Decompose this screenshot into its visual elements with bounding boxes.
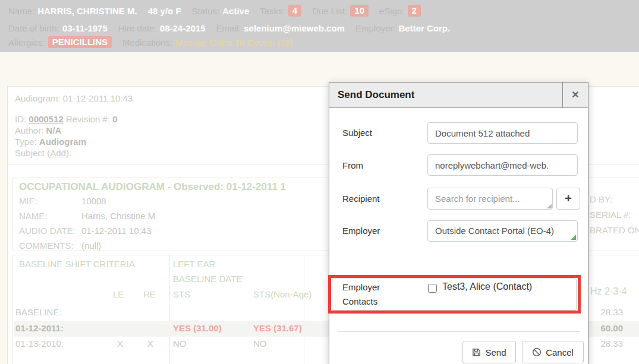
medication-link[interactable]: Miralax, xyxy=(175,37,207,48)
patient-age-sex: 48 y/o F xyxy=(148,6,181,16)
allergy-badge[interactable]: PENICILLINS xyxy=(48,36,112,48)
audio-date-value: 01-12-2011 10:43 xyxy=(81,226,151,236)
save-icon xyxy=(472,348,481,357)
mie-label: MIE: xyxy=(19,196,81,206)
info-row-name: NAME:Harris, Christine M xyxy=(19,211,155,221)
name-label: Name: xyxy=(8,6,34,16)
occupational-audiogram-title: OCCUPATIONAL AUDIOGRAM - Observed: 01-12… xyxy=(19,181,286,193)
email-label: Email: xyxy=(216,23,241,33)
due-list-label: Due List: xyxy=(312,6,347,16)
dropdown-arrow-icon xyxy=(571,235,576,240)
left-ear-title: LEFT EAR xyxy=(173,259,215,269)
tasks-count-badge[interactable]: 4 xyxy=(288,5,301,17)
info-row-mie: MIE:10008 xyxy=(19,196,106,206)
close-button[interactable]: ✕ xyxy=(562,83,588,107)
revision-label: Revision #: xyxy=(66,114,110,124)
row-sts-value: YES (31.00) xyxy=(173,323,222,333)
contact-checkbox[interactable] xyxy=(428,284,437,293)
comments-label: COMMENTS: xyxy=(19,240,81,251)
document-subject-line: Subject (Add): xyxy=(15,148,71,158)
mie-value: 10008 xyxy=(81,196,106,206)
row-date: BASELINE: xyxy=(15,307,62,317)
medications-label: Medications: xyxy=(122,37,172,48)
tasks-label: Tasks: xyxy=(260,6,285,16)
audio-date-label: AUDIO DATE: xyxy=(19,226,81,236)
row-re-value: X xyxy=(147,338,153,349)
cut-label-tested-by: D BY: xyxy=(590,194,612,204)
allergies-label: Allergies: xyxy=(8,37,45,48)
document-id-link[interactable]: 0000512 xyxy=(29,114,63,124)
document-author-line: Author: N/A xyxy=(15,125,61,135)
modal-body: Subject From Recipient + Employer Outsid… xyxy=(329,108,588,364)
row-right-value: 60.00 xyxy=(600,323,623,333)
resize-handle-icon xyxy=(547,204,552,208)
modal-title: Send Document xyxy=(338,83,414,107)
type-label: Type: xyxy=(15,137,37,147)
send-button[interactable]: Send xyxy=(462,341,516,363)
from-label: From xyxy=(342,160,363,170)
recipient-search-input[interactable] xyxy=(427,188,553,210)
document-heading: Audiogram: 01-12-2011 10:43 xyxy=(15,93,133,103)
cut-label-serial: SERIAL #: xyxy=(590,210,631,220)
col-header-le: LE xyxy=(113,289,124,299)
cancel-icon xyxy=(532,347,542,357)
webchart-screen: Name: HARRIS, CHRISTINE M. 48 y/o F Stat… xyxy=(0,0,639,364)
subject-prefix: Subject ( xyxy=(15,148,50,158)
add-recipient-button[interactable]: + xyxy=(556,188,580,210)
row-sts-value: NO xyxy=(173,338,187,349)
recipient-label: Recipient xyxy=(342,194,380,204)
id-label: ID: xyxy=(15,114,26,124)
close-icon: ✕ xyxy=(571,90,579,100)
row-right-value: 28.33 xyxy=(600,307,623,317)
comments-value: (null) xyxy=(81,240,101,251)
employer-select[interactable]: Outside Contact Portal (EO-4) xyxy=(427,220,578,242)
row-le-value: X xyxy=(117,338,123,349)
cut-label-calibrated-on: BRATED ON xyxy=(590,225,639,235)
medication-link[interactable]: Ortho Tri-Cyclen (28) xyxy=(210,37,293,48)
status-label: Status: xyxy=(192,6,220,16)
subject-add-link[interactable]: Add xyxy=(50,148,66,158)
table-column-divider xyxy=(169,255,170,364)
send-button-label: Send xyxy=(485,347,506,357)
contact-option-label[interactable]: Test3, Alice (Contact) xyxy=(442,281,532,292)
row-sts-nonage-value: NO xyxy=(253,338,267,349)
row-sts-nonage-value: YES (31.67) xyxy=(253,323,302,333)
subject-input[interactable] xyxy=(427,122,578,144)
patient-banner: Name: HARRIS, CHRISTINE M. 48 y/o F Stat… xyxy=(0,0,639,52)
name-label: NAME: xyxy=(19,211,81,221)
esign-label: eSign: xyxy=(379,6,405,16)
cancel-button-label: Cancel xyxy=(546,347,574,357)
status-value: Active xyxy=(222,6,249,16)
plus-icon: + xyxy=(565,192,572,205)
banner-row-3: Allergies: PENICILLINS Medications: Mira… xyxy=(8,36,296,48)
info-row-comments: COMMENTS:(null) xyxy=(19,240,101,251)
from-input[interactable] xyxy=(427,154,578,176)
revision-value: 0 xyxy=(112,114,117,124)
due-list-count-badge[interactable]: 10 xyxy=(350,5,369,17)
row-date: 01-13-2010: xyxy=(15,338,64,349)
esign-count-badge[interactable]: 2 xyxy=(408,5,421,17)
banner-row-2: Date of birth: 03-11-1975 Hire date: 08-… xyxy=(8,23,450,33)
footer-divider xyxy=(338,331,580,332)
col-header-hz: Hz 2-3-4 xyxy=(590,286,627,297)
subject-label: Subject xyxy=(342,128,372,138)
subject-suffix: ): xyxy=(66,148,71,158)
patient-name: HARRIS, CHRISTINE M. xyxy=(37,6,137,16)
dob-label: Date of birth: xyxy=(8,23,59,33)
type-value: Audiogram xyxy=(39,137,86,147)
send-document-modal: Send Document ✕ Subject From Recipient +… xyxy=(329,82,588,364)
banner-row-1: Name: HARRIS, CHRISTINE M. 48 y/o F Stat… xyxy=(8,5,421,17)
table-column-divider xyxy=(304,255,304,364)
name-value: Harris, Christine M xyxy=(81,211,155,221)
info-row-audio-date: AUDIO DATE:01-12-2011 10:43 xyxy=(19,226,151,236)
col-header-sts-nonage: STS(Non-Age) xyxy=(253,289,311,299)
employer-label: Employer xyxy=(342,226,380,236)
row-date: 01-12-2011: xyxy=(15,323,64,333)
row-right-value: 28.33 xyxy=(600,338,623,349)
email-value: selenium@mieweb.com xyxy=(244,23,345,33)
author-value: N/A xyxy=(46,125,62,135)
modal-header: Send Document ✕ xyxy=(329,83,588,108)
recipient-combobox xyxy=(427,188,553,210)
cancel-button[interactable]: Cancel xyxy=(522,341,584,363)
employer-contacts-label: Employer Contacts xyxy=(342,280,399,309)
